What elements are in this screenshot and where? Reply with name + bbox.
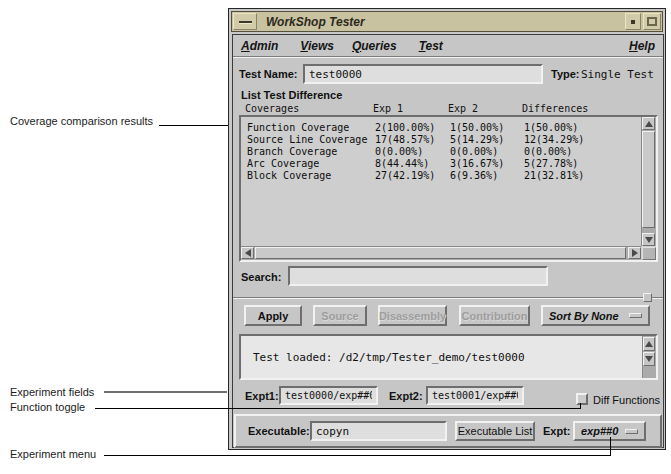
callout-line-experiment-menu xyxy=(104,455,611,456)
executable-input[interactable] xyxy=(310,421,447,441)
list-cell: 17(48.57%) xyxy=(375,134,450,146)
list-cell: Source Line Coverage xyxy=(247,134,375,146)
window-menu-icon xyxy=(239,21,252,24)
search-label: Search: xyxy=(241,271,281,283)
minimize-icon xyxy=(631,20,635,24)
sort-by-menu[interactable]: Sort By None xyxy=(541,305,650,326)
expt1-label: Expt1: xyxy=(245,390,279,402)
list-item[interactable]: Arc Coverage8(44.44%)3(16.67%)5(27.78%) xyxy=(241,158,641,170)
callout-experiment-fields: Experiment fields xyxy=(10,386,94,398)
status-scrollbar[interactable] xyxy=(642,336,656,378)
maximize-button[interactable] xyxy=(643,13,661,30)
status-message-box: Test loaded: /d2/tmp/Tester_demo/test000… xyxy=(239,334,658,380)
disassembly-button[interactable]: Disassembly xyxy=(378,305,447,326)
scrollbar-corner xyxy=(642,247,656,260)
menu-queries[interactable]: Queries xyxy=(352,39,397,53)
scrollbar-thumb[interactable] xyxy=(255,247,626,259)
executable-list-button[interactable]: Executable List xyxy=(455,421,535,441)
list-item[interactable]: Source Line Coverage17(48.57%)5(14.29%)1… xyxy=(241,134,641,146)
window-menu-button[interactable] xyxy=(233,13,257,30)
vertical-scrollbar[interactable] xyxy=(641,117,656,246)
scroll-down-button[interactable] xyxy=(643,352,655,366)
arrow-right-icon xyxy=(632,249,638,257)
coverage-column-headers: Coverages Exp 1 Exp 2 Differences xyxy=(233,103,663,115)
callout-line-experiment-menu-riser xyxy=(610,437,611,456)
list-cell: 1(50.00%) xyxy=(450,122,524,134)
expt1-input[interactable] xyxy=(279,386,378,405)
arrow-up-icon xyxy=(645,341,653,347)
expt2-label: Expt2: xyxy=(389,390,423,402)
titlebar[interactable]: WorkShop Tester xyxy=(231,11,663,32)
list-cell: 27(42.19%) xyxy=(375,170,450,182)
coverage-listbox: Function Coverage2(100.00%)1(50.00%)1(50… xyxy=(239,115,658,262)
contribution-button[interactable]: Contribution xyxy=(459,305,530,326)
scroll-up-button[interactable] xyxy=(642,117,655,130)
minimize-button[interactable] xyxy=(625,13,641,30)
type-value: Single Test xyxy=(581,68,654,81)
scroll-down-button[interactable] xyxy=(642,233,655,246)
list-cell: Branch Coverage xyxy=(247,146,375,158)
window-title: WorkShop Tester xyxy=(257,15,625,29)
arrow-down-icon xyxy=(645,237,653,243)
status-message: Test loaded: /d2/tmp/Tester_demo/test000… xyxy=(241,336,642,378)
column-header: Differences xyxy=(522,103,588,114)
pane-sash-handle[interactable] xyxy=(643,293,652,302)
callout-line-coverage-results xyxy=(159,125,228,126)
list-cell: Function Coverage xyxy=(247,122,375,134)
sort-by-menu-label: Sort By None xyxy=(549,310,619,322)
list-cell: 3(16.67%) xyxy=(450,158,524,170)
list-cell: 21(32.81%) xyxy=(524,170,641,182)
type-label: Type: xyxy=(551,68,580,80)
test-name-label: Test Name: xyxy=(239,68,297,80)
option-menu-indicator-icon xyxy=(629,313,642,318)
pane-separator xyxy=(233,297,663,299)
list-cell: 0(0.00%) xyxy=(375,146,450,158)
scroll-left-button[interactable] xyxy=(241,247,254,259)
list-item[interactable]: Function Coverage2(100.00%)1(50.00%)1(50… xyxy=(241,122,641,134)
column-header: Coverages xyxy=(245,103,299,114)
scroll-right-button[interactable] xyxy=(628,247,641,259)
list-item[interactable]: Branch Coverage0(0.00%)0(0.00%)0(0.00%) xyxy=(241,146,641,158)
list-cell: Block Coverage xyxy=(247,170,375,182)
expt-option-menu-value: exp##0 xyxy=(581,425,618,437)
arrow-up-icon xyxy=(645,121,653,127)
menu-views[interactable]: Views xyxy=(300,39,334,53)
list-cell: 12(34.29%) xyxy=(524,134,641,146)
callout-line-experiment-fields xyxy=(104,391,227,393)
menu-help[interactable]: Help xyxy=(629,39,655,53)
workshop-tester-window: WorkShop Tester Admin Views Queries Test… xyxy=(228,8,666,450)
list-cell: 8(44.44%) xyxy=(375,158,450,170)
menu-admin[interactable]: Admin xyxy=(241,39,278,53)
diff-functions-label: Diff Functions xyxy=(593,394,660,406)
scrollbar-thumb[interactable] xyxy=(642,131,655,228)
source-button[interactable]: Source xyxy=(313,305,367,326)
expt2-input[interactable] xyxy=(426,386,524,405)
section-title: List Test Difference xyxy=(241,89,342,101)
scroll-up-button[interactable] xyxy=(643,337,655,351)
column-header: Exp 1 xyxy=(373,103,403,114)
menu-test[interactable]: Test xyxy=(419,39,443,53)
diff-functions-checkbox[interactable] xyxy=(576,393,588,405)
arrow-left-icon xyxy=(245,249,251,257)
menubar-separator xyxy=(233,56,663,58)
callout-line-function-toggle-riser xyxy=(580,403,581,409)
list-cell: Arc Coverage xyxy=(247,158,375,170)
test-name-input[interactable] xyxy=(303,64,543,84)
horizontal-scrollbar[interactable] xyxy=(241,246,641,260)
column-header: Exp 2 xyxy=(448,103,478,114)
search-input[interactable] xyxy=(288,266,548,286)
callout-line-function-toggle xyxy=(95,408,581,409)
callout-experiment-menu: Experiment menu xyxy=(10,448,96,460)
list-cell: 2(100.00%) xyxy=(375,122,450,134)
callout-function-toggle: Function toggle xyxy=(10,401,85,413)
coverage-list: Function Coverage2(100.00%)1(50.00%)1(50… xyxy=(241,117,641,246)
expt-menu-label: Expt: xyxy=(543,425,571,437)
callout-coverage-results: Coverage comparison results xyxy=(10,115,153,127)
apply-button[interactable]: Apply xyxy=(244,305,302,326)
list-cell: 1(50.00%) xyxy=(524,122,641,134)
window-content: Admin Views Queries Test Help Test Name:… xyxy=(232,34,664,448)
list-cell: 5(14.29%) xyxy=(450,134,524,146)
maximize-icon xyxy=(647,17,657,26)
list-item[interactable]: Block Coverage27(42.19%)6(9.36%)21(32.81… xyxy=(241,170,641,182)
list-cell: 0(0.00%) xyxy=(450,146,524,158)
